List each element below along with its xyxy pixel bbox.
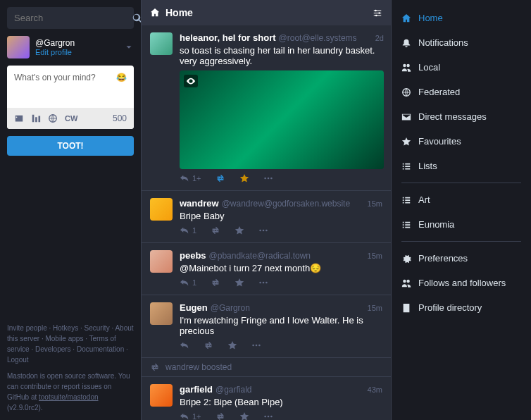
footer-repo-link[interactable]: tootsuite/mastodon — [39, 393, 99, 401]
display-name[interactable]: wandrew — [180, 198, 219, 209]
nav-item-eunomia[interactable]: Eunomia — [392, 212, 531, 237]
display-name[interactable]: Eugen — [180, 302, 208, 313]
status[interactable]: heleanor, hel for short@root@elle.system… — [142, 25, 391, 191]
avatar[interactable] — [150, 198, 173, 221]
search-input[interactable] — [14, 13, 132, 23]
home-icon — [401, 13, 411, 23]
status-content: @Mainebot i turn 27 next month😔 — [180, 263, 382, 273]
nav-label: Preferences — [418, 253, 468, 264]
toot-button[interactable]: TOOT! — [7, 136, 134, 156]
reply-button[interactable]: 1 — [180, 226, 196, 235]
avatar[interactable] — [150, 302, 173, 325]
svg-point-7 — [259, 230, 261, 232]
more-button[interactable] — [258, 226, 268, 235]
acct[interactable]: @wandrew@godforsaken.website — [222, 199, 350, 209]
status[interactable]: garfield@garfiald43mBripe 2: Bipe (Bean … — [142, 377, 391, 420]
edit-profile-link[interactable]: Edit profile — [35, 48, 118, 56]
acct[interactable]: @garfiald — [215, 385, 252, 395]
display-name[interactable]: heleanor, hel for short — [180, 32, 276, 43]
compose-form: What's on your mind? 😂 CW 500 — [7, 66, 134, 129]
boost-button[interactable] — [211, 278, 220, 288]
nav-item-art[interactable]: Art — [392, 187, 531, 212]
chevron-down-icon[interactable] — [124, 42, 134, 52]
nav-item-profile-directory[interactable]: Profile directory — [392, 295, 531, 320]
avatar[interactable] — [150, 384, 173, 407]
boost-button[interactable] — [204, 340, 213, 350]
avatar[interactable] — [150, 250, 173, 273]
boost-button[interactable] — [211, 226, 220, 235]
nav-label: Follows and followers — [418, 278, 506, 288]
media-attachment[interactable] — [180, 70, 384, 169]
timestamp[interactable]: 2d — [375, 34, 384, 42]
reply-button[interactable]: 1 — [180, 278, 196, 288]
nav-label: Home — [418, 13, 443, 23]
nav-item-preferences[interactable]: Preferences — [392, 246, 531, 271]
boost-button[interactable] — [215, 173, 225, 183]
favourite-button[interactable] — [239, 173, 249, 183]
reply-button[interactable]: 1+ — [180, 173, 201, 183]
feed[interactable]: heleanor, hel for short@root@elle.system… — [142, 25, 391, 420]
column-header: Home — [142, 0, 391, 25]
timestamp[interactable]: 15m — [368, 304, 382, 312]
envelope-icon — [401, 112, 411, 122]
status[interactable]: wandrew@wandrew@godforsaken.website15mBr… — [142, 191, 391, 243]
timeline-column: Home heleanor, hel for short@root@elle.s… — [141, 0, 392, 420]
nav-item-direct-messages[interactable]: Direct messages — [392, 104, 531, 129]
visibility-icon[interactable] — [48, 113, 58, 123]
boost-button[interactable] — [215, 412, 225, 420]
svg-point-2 — [378, 12, 380, 14]
avatar[interactable] — [7, 36, 30, 58]
nav-item-lists[interactable]: Lists — [392, 154, 531, 178]
users-icon — [401, 278, 411, 288]
svg-point-13 — [252, 345, 254, 347]
display-name[interactable]: garfield — [180, 384, 213, 395]
reply-button[interactable]: 1+ — [180, 412, 201, 420]
compose-toolbar: CW 500 — [7, 108, 134, 129]
nav-item-follows-and-followers[interactable]: Follows and followers — [392, 271, 531, 295]
nav-item-local[interactable]: Local — [392, 55, 531, 80]
acct[interactable]: @Gargron — [211, 303, 250, 313]
favourite-button[interactable] — [227, 340, 237, 350]
timestamp[interactable]: 15m — [368, 199, 382, 208]
nav-label: Notifications — [418, 37, 468, 48]
poll-icon[interactable] — [31, 113, 41, 123]
favourite-button[interactable] — [235, 278, 244, 288]
cw-toggle[interactable]: CW — [65, 114, 77, 123]
more-button[interactable] — [263, 412, 273, 420]
nav-item-favourites[interactable]: Favourites — [392, 129, 531, 154]
nav-item-federated[interactable]: Federated — [392, 80, 531, 104]
nav-label: Local — [418, 62, 440, 73]
svg-point-17 — [267, 416, 269, 418]
acct[interactable]: @pbandkate@radical.town — [209, 251, 311, 261]
nav-label: Favourites — [418, 136, 461, 147]
svg-point-10 — [259, 282, 261, 284]
more-button[interactable] — [251, 340, 261, 350]
footer: Invite people · Hotkeys · Security · Abo… — [7, 323, 134, 413]
status[interactable]: Eugen@Gargron15mI'm rewatching Fringe an… — [142, 295, 391, 358]
avatar[interactable] — [150, 32, 173, 55]
favourite-button[interactable] — [239, 412, 249, 420]
emoji-picker-icon[interactable]: 😂 — [116, 73, 127, 82]
list-ul-icon — [401, 220, 411, 230]
column-settings-icon[interactable] — [373, 8, 382, 18]
search-box[interactable] — [7, 7, 134, 29]
timestamp[interactable]: 43m — [368, 385, 382, 394]
retweet-icon — [150, 362, 160, 372]
timestamp[interactable]: 15m — [368, 252, 382, 260]
status[interactable]: peebs@pbandkate@radical.town15m@Mainebot… — [142, 243, 391, 295]
display-name[interactable]: peebs — [180, 250, 206, 261]
acct[interactable]: @root@elle.systems — [279, 33, 357, 43]
svg-point-15 — [258, 345, 261, 347]
status-actions — [180, 340, 382, 350]
attach-media-icon[interactable] — [14, 113, 24, 123]
favourite-button[interactable] — [235, 226, 244, 235]
nav-item-notifications[interactable]: Notifications — [392, 30, 531, 55]
more-button[interactable] — [258, 278, 268, 288]
list-ul-icon — [401, 195, 411, 205]
compose-textarea[interactable]: What's on your mind? 😂 — [7, 66, 134, 108]
media-visibility-icon[interactable] — [184, 75, 198, 87]
reply-button[interactable] — [180, 340, 189, 350]
footer-links[interactable]: Invite people · Hotkeys · Security · Abo… — [7, 323, 134, 365]
more-button[interactable] — [263, 173, 273, 183]
nav-item-home[interactable]: Home — [392, 6, 531, 30]
